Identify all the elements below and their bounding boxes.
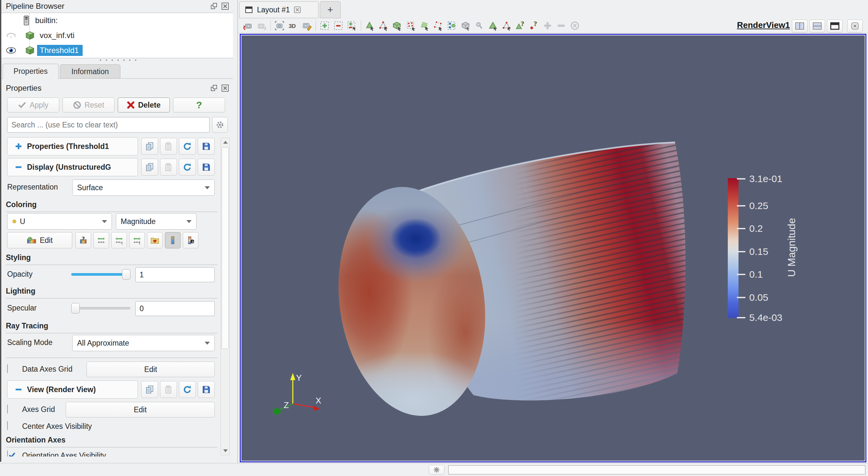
help-button[interactable]: ? (173, 98, 225, 112)
float-panel-icon[interactable] (210, 83, 219, 93)
toggle-selection-icon[interactable] (345, 19, 359, 32)
add-selection-icon[interactable] (318, 19, 332, 32)
clear-selection-icon[interactable] (568, 19, 582, 32)
opacity-slider[interactable] (71, 267, 130, 281)
paste-display-button[interactable] (160, 159, 177, 176)
coloring-combos-row: U Magnitude (1, 213, 233, 230)
select-points-polygon-icon[interactable] (431, 19, 445, 32)
pipeline-item-vox-inf[interactable]: vox_inf.vti (1, 28, 233, 43)
toggle-color-legend-button[interactable] (165, 232, 181, 248)
split-vertical-button[interactable] (809, 20, 825, 33)
rescale-custom-range-button[interactable]: c (111, 232, 127, 248)
reload-display-button[interactable] (179, 159, 196, 176)
rescale-data-range-button[interactable] (93, 232, 109, 248)
interactive-select-cells-icon[interactable] (486, 19, 500, 32)
scrollbar-thumb[interactable] (222, 147, 229, 349)
representation-combo[interactable]: Surface (72, 179, 215, 196)
split-horizontal-button[interactable] (792, 20, 807, 33)
pipeline-item-builtin[interactable]: builtin: (1, 13, 233, 28)
tab-properties[interactable]: Properties (3, 64, 59, 79)
data-axes-grid-checkbox[interactable] (7, 364, 8, 373)
select-cells-on-icon[interactable] (363, 19, 377, 32)
maximize-view-button[interactable] (827, 20, 843, 33)
copy-display-button[interactable] (141, 159, 158, 176)
axes-grid-edit-button[interactable]: Edit (66, 402, 215, 417)
reload-properties-button[interactable] (179, 138, 196, 155)
copy-view-button[interactable] (141, 381, 158, 398)
tab-information[interactable]: Information (60, 64, 120, 79)
paste-properties-button[interactable] (160, 138, 177, 155)
reset-button[interactable]: Reset (62, 98, 115, 112)
grow-selection-icon[interactable] (541, 19, 554, 32)
data-axes-grid-label: Data Axes Grid (22, 365, 72, 374)
rescale-temporal-range-button[interactable]: t (129, 232, 145, 248)
center-axes-checkbox[interactable] (7, 421, 8, 430)
render-view-link[interactable]: RenderView1 (737, 20, 790, 30)
copy-properties-button[interactable] (141, 138, 158, 155)
camera-redo-icon[interactable] (255, 19, 269, 32)
zoom-to-data-icon[interactable] (300, 19, 314, 32)
reload-view-button[interactable] (179, 381, 196, 398)
select-cells-through-icon[interactable] (391, 19, 404, 32)
eye-hidden-icon[interactable] (5, 32, 18, 39)
select-points-on-icon[interactable] (377, 19, 391, 32)
eye-visible-icon[interactable] (5, 46, 18, 55)
orientation-axes-visibility-checkbox[interactable] (7, 450, 8, 456)
display-section-header[interactable]: Display (UnstructuredG (7, 158, 138, 176)
color-array-combo[interactable]: U (7, 213, 112, 230)
shrink-selection-icon[interactable] (554, 19, 568, 32)
query-cells-icon[interactable]: ? (514, 19, 527, 32)
subtract-selection-icon[interactable] (332, 19, 345, 32)
save-view-defaults-button[interactable] (198, 381, 215, 398)
abort-progress-button[interactable] (429, 465, 444, 475)
data-axes-grid-edit-button[interactable]: Edit (87, 362, 215, 377)
close-view-button[interactable] (847, 20, 863, 33)
specular-input[interactable] (135, 301, 215, 316)
specular-slider-handle[interactable] (71, 303, 80, 313)
paste-view-button[interactable] (160, 381, 177, 398)
apply-button[interactable]: Apply (7, 98, 59, 112)
pipeline-item-threshold1[interactable]: Threshold1 (1, 43, 233, 58)
choose-preset-button[interactable]: ? (75, 232, 91, 248)
select-block-icon[interactable] (459, 19, 472, 32)
color-component-combo[interactable]: Magnitude (116, 213, 196, 230)
hover-cells-points-icon[interactable] (500, 19, 514, 32)
select-points-through-icon[interactable] (404, 19, 418, 32)
view-section-header[interactable]: View (Render View) (7, 380, 138, 399)
axes-grid-row: Axes Grid Edit (1, 402, 233, 418)
scaling-mode-combo[interactable]: All Approximate (72, 335, 215, 351)
query-points-icon[interactable]: ? (527, 19, 541, 32)
opacity-slider-handle[interactable] (122, 269, 130, 280)
delete-button[interactable]: Delete (118, 98, 170, 112)
properties-section-header[interactable]: Properties (Threshold1 (7, 137, 138, 156)
edit-color-legend-button[interactable]: e (183, 232, 198, 248)
scroll-down-icon[interactable] (223, 449, 228, 452)
save-defaults-button[interactable] (198, 138, 215, 155)
hover-points-icon[interactable] (472, 19, 486, 32)
capture-screenshot-icon[interactable] (273, 19, 286, 32)
color-legend[interactable]: 3.1e-01 0.25 0.2 0.15 0.1 0.05 5.4e-03 U… (728, 178, 864, 334)
close-panel-icon[interactable] (221, 2, 230, 11)
camera-undo-icon[interactable] (241, 19, 255, 32)
edit-colormap-button[interactable]: Edit (7, 232, 72, 248)
axes-grid-checkbox[interactable] (7, 405, 8, 414)
toggle-3d-icon[interactable]: 3D (286, 19, 300, 32)
float-panel-icon[interactable] (210, 2, 219, 11)
specular-slider[interactable] (71, 300, 130, 315)
select-cells-polygon-icon[interactable] (418, 19, 431, 32)
close-tab-icon[interactable] (294, 6, 301, 13)
search-options-button[interactable] (212, 117, 228, 133)
interactive-select-points-icon[interactable] (445, 19, 459, 32)
splitter-grip[interactable] (98, 59, 137, 62)
render-view[interactable]: Y X Z 3.1e-01 0.25 0.2 0.15 0.1 0.05 (240, 34, 866, 462)
search-input[interactable] (7, 117, 210, 133)
tab-new-layout[interactable]: + (320, 1, 341, 18)
save-display-defaults-button[interactable] (198, 159, 215, 176)
opacity-input[interactable] (135, 267, 215, 282)
scroll-up-icon[interactable] (223, 141, 228, 144)
legend-tick (737, 205, 745, 206)
tab-layout1[interactable]: Layout #1 (239, 1, 318, 18)
properties-scrollbar[interactable] (221, 138, 230, 455)
close-panel-icon[interactable] (221, 83, 230, 93)
favorite-presets-button[interactable] (147, 232, 163, 248)
